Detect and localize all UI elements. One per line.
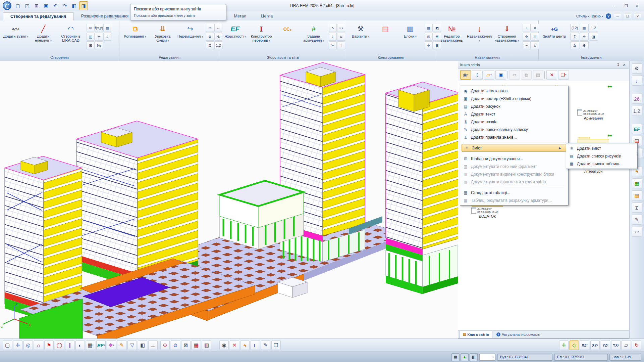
ribbon-small-icon[interactable]: Δ [570, 41, 579, 49]
ribbon-small-icon[interactable]: ✛ [95, 33, 103, 41]
redo-button[interactable]: ↷ [60, 1, 69, 10]
close-button[interactable]: ✕ [632, 2, 642, 9]
ribbon-small-icon[interactable]: ✛ [425, 41, 433, 49]
ribbon-button[interactable]: ╱ Додати елемент ▾ [30, 22, 57, 54]
rotate-scene-button[interactable]: ↻▾ [632, 341, 641, 350]
mesh-display-button[interactable]: ▦▾ [86, 341, 95, 350]
ribbon-small-icon[interactable]: № [95, 41, 103, 49]
model-viewport[interactable]: Z X Y [0, 61, 458, 338]
ribbon-button[interactable]: # Задане армування ▾ [301, 22, 327, 54]
view-xz-button[interactable]: XZ▾ [580, 341, 589, 350]
report-open-button[interactable]: ▱▾ [484, 70, 494, 80]
view-yz-button[interactable]: YZ▾ [601, 341, 610, 350]
plane-tool-button[interactable]: ▱ [632, 227, 642, 237]
menu-item[interactable]: ▥ Документувати фрагменти з книги звітів… [461, 178, 568, 186]
undo-button[interactable]: ↶ [51, 1, 60, 10]
ribbon-small-icon[interactable]: Σ [570, 33, 579, 41]
add-content-button[interactable]: ◉▾ [460, 70, 471, 80]
ribbon-small-icon[interactable]: ⊞ [425, 33, 433, 41]
mdi-minimize-button[interactable]: ─ [614, 13, 621, 19]
paint-button[interactable]: ✎▾ [117, 341, 126, 350]
shading-button[interactable]: ◐▾ [75, 341, 85, 350]
ribbon-small-icon[interactable]: ✂ [206, 24, 214, 32]
draw-button[interactable]: ✎ [632, 215, 642, 225]
fragment-save-button[interactable]: ❒▾ [271, 341, 281, 350]
ribbon-button[interactable]: ⇓ Створення навантажень ▾ [493, 22, 521, 54]
ribbon-button[interactable]: EF Жорсткості ▾ [222, 22, 248, 54]
report-paste-button[interactable]: ▤▾ [533, 70, 543, 80]
units-toggle[interactable]: ◧ [470, 353, 478, 361]
ribbon-tab[interactable]: Цегла [254, 12, 280, 20]
ribbon-button[interactable]: ↓ Навантаження ▾ [466, 22, 493, 54]
panel-tab[interactable]: ▤ Книга звітів [460, 331, 492, 338]
panel-tab[interactable]: i Актуальна інформація [493, 331, 544, 338]
ribbon-small-icon[interactable]: ✛ [523, 33, 531, 41]
ribbon-small-icon[interactable]: f(x,y) [95, 24, 103, 32]
numbering-button[interactable]: 1,2 [632, 106, 642, 116]
ribbon-button[interactable]: ⇊ Упаковка схеми ▾ [149, 22, 176, 54]
ribbon-small-icon[interactable]: (12) [570, 24, 579, 32]
ribbon-small-icon[interactable]: # [531, 24, 539, 32]
ribbon-small-icon[interactable]: ⊺ [337, 41, 345, 49]
ribbon-button[interactable]: CC₂ ▾ [274, 22, 301, 54]
ribbon-button[interactable]: ◠ Створити в LIRA-CAD ▾ [57, 22, 85, 54]
grid-toggle[interactable]: ▦ [451, 353, 460, 361]
menu-item[interactable]: ± Додати правила знаків... ▶ [461, 133, 568, 141]
results-digits-button[interactable]: 26 [632, 94, 642, 104]
ribbon-small-icon[interactable]: ⊟ [87, 41, 95, 49]
ribbon-button[interactable]: ⧉ Копіювання ▾ [121, 22, 149, 54]
menu-item[interactable]: ▦ Таблиці результатів розрахунку арматур… [461, 196, 568, 204]
ribbon-small-icon[interactable]: ◨ [589, 33, 598, 41]
ribbon-small-icon[interactable]: ⊕ [580, 41, 589, 49]
perspective-button[interactable]: ▱▾ [622, 341, 631, 350]
view-xy-button[interactable]: XY▾ [590, 341, 600, 350]
status-combo[interactable]: ▾ [479, 354, 495, 361]
menu-item[interactable]: ▥ Документувати поточний фрагмент ▶ [461, 163, 568, 170]
ribbon-small-icon[interactable]: ⊞ [531, 33, 539, 41]
report-export-button[interactable]: ⇧▾ [472, 70, 483, 80]
ribbon-small-icon[interactable]: ✂ [329, 41, 337, 49]
open-file-button[interactable]: ◰ [23, 1, 32, 10]
ribbon-tab[interactable]: Створення та редагування [3, 12, 74, 20]
report-cut-button[interactable]: ✂▾ [509, 70, 520, 80]
up-direction-toggle[interactable]: ▲ [461, 353, 469, 361]
report-delete-button[interactable]: ✕▾ [546, 70, 557, 80]
filter-button[interactable]: ▽▾ [127, 341, 137, 350]
isometric-view-button[interactable]: ◇▾ [570, 341, 579, 350]
ribbon-small-icon[interactable]: ≋ [337, 33, 345, 41]
zoom-window-button[interactable]: ◯▾ [55, 341, 64, 350]
save-button[interactable]: ▣ [42, 1, 50, 10]
ribbon-small-icon[interactable]: ⧉ [206, 33, 214, 41]
ribbon-button[interactable]: № Редактор завантажень ▾ [438, 22, 466, 54]
zoom-in-button[interactable]: ◉▾ [219, 341, 229, 350]
fragment-button[interactable]: ▦▾ [192, 341, 201, 350]
ribbon-small-icon[interactable]: ✛ [580, 33, 589, 41]
new-file-button[interactable]: ▢ [13, 1, 22, 10]
report-book-toggle[interactable]: ◨ [79, 1, 88, 10]
minimize-button[interactable]: ─ [610, 2, 621, 9]
mdi-restore-button[interactable]: ❐ [624, 13, 631, 19]
sum-button[interactable]: Σ [632, 202, 642, 213]
help-button[interactable]: ? [606, 13, 611, 19]
menu-item[interactable]: ✎ Додати пояснювальну записку ▶ [461, 126, 568, 133]
delete-button[interactable]: ✕▾ [230, 341, 239, 350]
ribbon-button[interactable]: +G Знайти центр ▾ [541, 22, 568, 54]
magnet-snap-button[interactable]: ∩▾ [34, 341, 43, 350]
restore-button[interactable]: ❐ [621, 2, 631, 9]
menu-item[interactable]: ▣ Додати постер (+Shift з опціями) ▶ [461, 95, 568, 102]
rotate-view-button[interactable]: ◎▾ [23, 341, 33, 350]
report-save-button[interactable]: ▣▾ [495, 70, 506, 80]
style-menu[interactable]: Стиль▾ [576, 14, 589, 18]
ribbon-small-icon[interactable]: ◫ [87, 33, 95, 41]
fragment-off-button[interactable]: ▥▾ [202, 341, 211, 350]
menu-item[interactable]: ▥ Документувати виділені конструктивні б… [461, 170, 568, 178]
selection-mode-button[interactable]: ▢▾ [3, 341, 12, 350]
ribbon-button[interactable]: ⚒ Варіанти ▾ [348, 22, 373, 54]
report-item[interactable]: ✦✦ A4 210x29706.06.2025 16:47 Армування [567, 86, 620, 134]
pin-icon[interactable]: ↧ [615, 63, 621, 67]
masonry-button[interactable]: ▤ [632, 190, 642, 200]
ribbon-small-icon[interactable]: ⌂ [531, 41, 539, 49]
ribbon-small-icon[interactable]: ⊠ [206, 41, 214, 49]
label-button[interactable]: L▾ [251, 341, 260, 350]
view-yx-button[interactable]: YX▾ [611, 341, 621, 350]
